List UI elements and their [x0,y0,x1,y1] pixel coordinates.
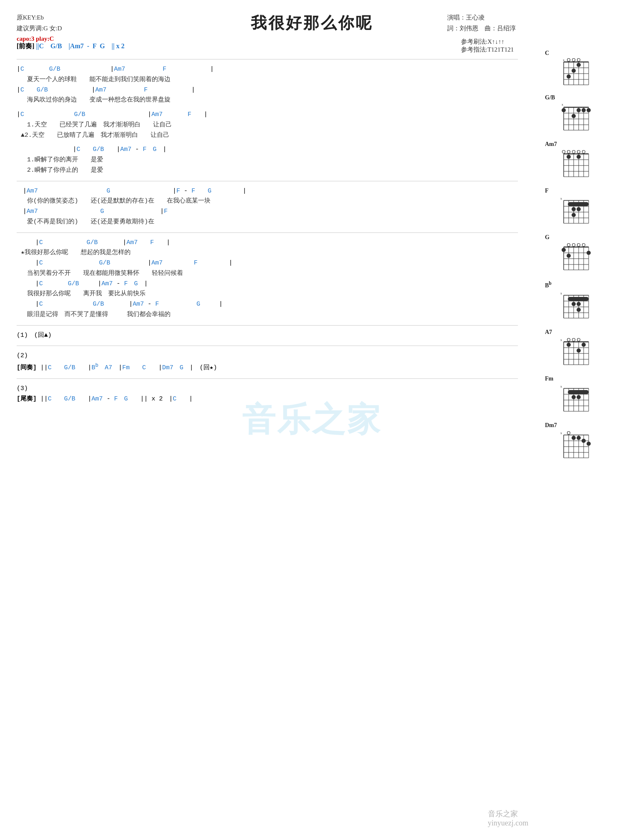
svg-point-118 [567,343,571,347]
chord-Fm: Fm x [537,376,616,415]
meta-right: 演唱：王心凌 詞：刘伟恩 曲：吕绍淳 [447,12,516,34]
svg-point-52 [577,155,581,159]
svg-point-14 [577,59,580,62]
svg-point-137 [567,431,570,434]
svg-rect-99 [568,297,589,301]
lyric-line-1: 夏天一个人的球鞋 能不能走到我们笑闹着的海边 [21,75,518,85]
chord-diagrams: C x [537,50,616,461]
lyric-line-4: 1.瞬解了你的离开 是爱 [21,155,518,166]
svg-point-102 [577,308,581,312]
svg-point-71 [577,244,580,247]
main-content: [前奏] ||C G/B |Am7 - F G || x 2 参考刷法:X↑↓↑… [17,38,607,404]
svg-point-134 [572,395,576,399]
svg-point-120 [577,348,581,353]
svg-point-13 [572,59,575,62]
svg-text:x: x [560,431,562,435]
chord-Am7: Am7 [537,141,616,180]
svg-text:x: x [560,197,562,200]
svg-point-85 [587,251,591,255]
section-repeat1: (1) (回▲) [17,331,518,341]
svg-point-150 [577,436,581,440]
svg-point-86 [567,254,571,258]
chord-line-4: |C G/B |Am7 - F G | [17,145,518,155]
svg-point-36 [567,151,570,153]
chord-A7: A7 x [537,329,616,368]
lyric-line-3: 1.天空 已经哭了几遍 我才渐渐明白 让自己 [21,120,518,131]
chord-line-6: |Am7 G |F [17,207,518,217]
svg-point-31 [577,108,581,112]
svg-point-16 [572,69,576,73]
chord-line-5: |Am7 G |F - F G | [17,186,518,197]
svg-point-135 [577,395,581,399]
page-header: 原KEY:Eb 建议男调:G 女:D capo:3 play:C 我很好那么你呢… [17,12,607,34]
svg-point-51 [567,155,571,159]
svg-point-12 [567,59,570,62]
svg-point-37 [572,151,575,153]
svg-point-39 [582,151,585,153]
svg-point-38 [577,151,580,153]
meta-left: 原KEY:Eb 建议男调:G 女:D capo:3 play:C [17,12,62,44]
chord-Dm7: Dm7 x [537,422,616,461]
lyric-line-7: ★我很好那么你呢 想起的我是怎样的 [21,248,518,258]
interlude-line: [间奏] ||C G/B |Bb A7 |Fm C |Dm7 G | (回★) [17,361,518,373]
chord-G: G [537,234,616,273]
repeat2-label: (2) [17,351,518,361]
svg-point-149 [572,436,576,440]
svg-point-34 [572,114,576,118]
outro-line: [尾奏] ||C G/B |Am7 - F G || x 2 |C | [17,394,518,405]
svg-point-84 [562,248,566,252]
chord-line-2: |C G/B |Am7 F | [17,85,518,96]
svg-point-105 [572,338,575,341]
chord-line-1: |C G/B |Am7 F | [17,64,518,75]
svg-text:x: x [563,58,565,62]
chord-F: F x [537,188,616,227]
svg-point-119 [582,343,586,347]
section-prechorus: |Am7 G |F - F G | 你(你的微笑姿态) 还(还是默默的存在)在 … [17,186,518,227]
chord-line-10: |C G/B |Am7 - F G | [17,299,518,310]
svg-point-72 [582,244,585,247]
strumming-info: 参考刷法:X↑↓↑↑ 参考指法:T121T121 [461,38,514,54]
chord-C: C x [537,50,616,87]
chord-line-8: |C G/B |Am7 F | [17,258,518,269]
lyric-line-9: 我很好那么你呢 离开我 要比从前快乐 [21,289,518,299]
chord-line-3: |C G/B |Am7 F | [17,110,518,120]
svg-point-35 [562,151,565,153]
section-chorus: |C G/B |Am7 F | ★我很好那么你呢 想起的我是怎样的 |C G/B… [17,238,518,320]
section-outro: (3) [尾奏] ||C G/B |Am7 - F G || x 2 |C | [17,384,518,405]
svg-text:x: x [562,103,563,106]
section-verse3: |C G/B |Am7 - F G | 1.瞬解了你的离开 是爱 2.瞬解了你停… [17,145,518,175]
lyric-line-4b: 2.瞬解了你停止的 是爱 [21,166,518,176]
capo: capo:3 play:C [17,34,62,44]
svg-point-67 [577,207,581,211]
svg-point-17 [567,74,571,79]
chord-line-7: |C G/B |Am7 F | [17,238,518,248]
section-verse1: |C G/B |Am7 F | 夏天一个人的球鞋 能不能走到我们笑闹着的海边 |… [17,64,518,106]
section-interlude: (2) [间奏] ||C G/B |Bb A7 |Fm C |Dm7 G | (… [17,351,518,373]
svg-point-101 [577,302,581,306]
section-verse2: |C G/B |Am7 F | 1.天空 已经哭了几遍 我才渐渐明白 让自己 ▲… [17,110,518,141]
singer-info: 演唱：王心凌 [447,12,516,23]
bottom-watermark: 音乐之家yinyuezj.com [488,809,528,828]
svg-point-68 [572,213,576,217]
svg-point-151 [582,439,586,443]
repeat1-text: (1) (回▲) [17,331,518,341]
svg-text:x: x [560,385,562,388]
original-key: 原KEY:Eb [17,12,62,23]
svg-point-32 [582,108,586,112]
svg-point-152 [587,442,591,446]
lyric-line-10: 眼泪是记得 而不哭了是懂得 我们都会幸福的 [21,310,518,320]
chord-line-9: |C G/B |Am7 - F G | [17,279,518,289]
svg-point-100 [572,302,576,306]
repeat3-label: (3) [17,384,518,394]
svg-rect-133 [568,390,589,394]
svg-text:x: x [560,292,562,295]
svg-point-30 [562,108,566,112]
lyric-line-8: 当初哭着分不开 现在都能用微笑释怀 轻轻问候着 [21,269,518,279]
svg-rect-65 [568,202,589,206]
svg-text:x: x [560,338,562,342]
lyric-line-3b: ▲2.天空 已放晴了几遍 我才渐渐明白 让自己 [21,131,518,141]
chord-Bb: Bb x [537,281,616,321]
svg-point-33 [587,108,591,112]
svg-point-106 [577,338,580,341]
lyric-line-5: 你(你的微笑姿态) 还(还是默默的存在)在 在我心底某一块 [21,196,518,207]
